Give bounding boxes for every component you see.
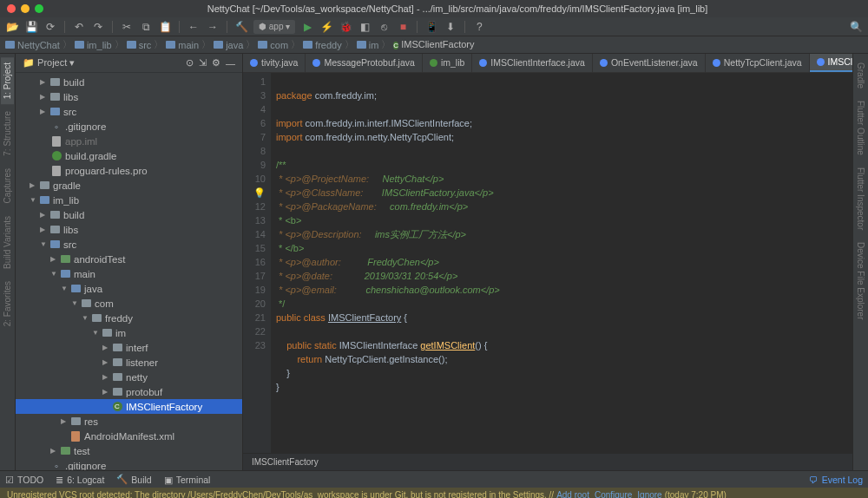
crumb-item[interactable]: freddy — [303, 40, 342, 50]
back-icon[interactable]: ← — [187, 20, 201, 34]
tool-tab-captures[interactable]: Captures — [1, 163, 14, 209]
editor-tab-active[interactable]: IMSClientFactory.java — [810, 54, 852, 72]
tree-node[interactable]: ▶androidTest — [16, 252, 242, 266]
open-icon[interactable]: 📂 — [5, 20, 19, 34]
apply-icon[interactable]: ⚡ — [319, 20, 333, 34]
run-icon[interactable]: ▶ — [300, 20, 314, 34]
crumb-item[interactable]: com — [258, 40, 288, 50]
crumb-item[interactable]: java — [214, 40, 243, 50]
project-tree[interactable]: ▶build ▶libs ▶src ◦.gitignore app.iml bu… — [16, 73, 242, 470]
link-add-root[interactable]: Add root — [556, 490, 589, 499]
link-ignore[interactable]: Ignore — [637, 490, 661, 499]
hammer-icon[interactable]: 🔨 — [234, 20, 248, 34]
debug-icon[interactable]: 🐞 — [339, 20, 352, 34]
code-area[interactable]: 134678910💡1213141516171920212223 package… — [243, 73, 852, 453]
crumb-item[interactable]: C IMSClientFactory — [393, 39, 474, 50]
tree-node[interactable]: ▶gradle — [16, 178, 242, 193]
vcs-warning: Unregistered VCS root detected: The dire… — [0, 488, 868, 498]
stop-icon[interactable]: ■ — [396, 20, 410, 34]
tree-node[interactable]: ▶interf — [16, 340, 242, 355]
tree-node[interactable]: ▶res — [16, 414, 242, 429]
sync-icon[interactable]: ⟳ — [43, 20, 57, 34]
tree-node[interactable]: ▼freddy — [16, 311, 242, 325]
editor-tab[interactable]: IMSClientInterface.java — [472, 54, 593, 72]
tool-tab-build[interactable]: 🔨 Build — [116, 474, 151, 485]
crumb-item[interactable]: src — [127, 40, 152, 50]
tree-node[interactable]: ◦.gitignore — [16, 458, 242, 470]
tree-node[interactable]: ▶netty — [16, 370, 242, 384]
tree-node[interactable]: ▶build — [16, 75, 242, 89]
help-icon[interactable]: ? — [472, 20, 486, 34]
tree-node[interactable]: ▶listener — [16, 355, 242, 370]
tool-tab-logcat[interactable]: ≣ 6: Logcat — [56, 475, 104, 485]
tree-node[interactable]: build.gradle — [16, 148, 242, 163]
avd-icon[interactable]: 📱 — [424, 20, 438, 34]
link-configure[interactable]: Configure — [595, 490, 632, 499]
crumb-item[interactable]: NettyChat — [5, 40, 60, 50]
tree-node[interactable]: app.iml — [16, 134, 242, 148]
tool-tab-structure[interactable]: 7: Structure — [1, 106, 14, 161]
tree-node[interactable]: ▶build — [16, 207, 242, 222]
editor-tab[interactable]: MessageProtobuf.java — [306, 54, 422, 72]
tree-node[interactable]: proguard-rules.pro — [16, 163, 242, 178]
tool-tab-flutter-inspector[interactable]: Flutter Inspector — [854, 162, 867, 235]
tool-tab-todo[interactable]: ☑ TODO — [5, 475, 43, 485]
editor-tab[interactable]: im_lib — [423, 54, 472, 72]
tool-tab-build-variants[interactable]: Build Variants — [1, 211, 14, 274]
tree-node[interactable]: AndroidManifest.xml — [16, 429, 242, 443]
search-icon[interactable]: 🔍 — [849, 20, 863, 34]
profile-icon[interactable]: ◧ — [358, 20, 372, 34]
project-panel: 📁 Project ▾ ⊙ ⇲ ⚙ — ▶build ▶libs ▶src ◦.… — [16, 54, 243, 470]
close-icon[interactable] — [7, 4, 16, 13]
tree-node[interactable]: ▶libs — [16, 222, 242, 237]
crumb-item[interactable]: im — [357, 40, 379, 50]
attach-icon[interactable]: ⎋ — [377, 20, 391, 34]
sdk-icon[interactable]: ⬇ — [444, 20, 457, 34]
hide-icon[interactable]: — — [226, 58, 235, 69]
gear-icon[interactable]: ⚙ — [212, 57, 220, 69]
redo-icon[interactable]: ↷ — [91, 20, 105, 34]
tree-node[interactable]: ▼com — [16, 296, 242, 311]
intention-bulb-icon[interactable]: 💡 — [243, 186, 266, 200]
target-icon[interactable]: ⊙ — [186, 57, 194, 69]
run-config[interactable]: ⬢ app ▾ — [253, 20, 295, 34]
tree-node[interactable]: ▼src — [16, 237, 242, 252]
code-body[interactable]: package com.freddy.im; import com.freddy… — [271, 73, 852, 453]
paste-icon[interactable]: 📋 — [158, 20, 172, 34]
tree-node[interactable]: ▶libs — [16, 89, 242, 104]
right-tool-window-bar: Gradle Flutter Outline Flutter Inspector… — [852, 54, 868, 470]
crumb-item[interactable]: im_lib — [75, 40, 112, 50]
tree-node[interactable]: ▼im_lib — [16, 193, 242, 207]
minimize-icon[interactable] — [21, 4, 30, 13]
tree-node[interactable]: ▶src — [16, 104, 242, 119]
editor-tab[interactable]: OnEventListener.java — [593, 54, 706, 72]
undo-icon[interactable]: ↶ — [72, 20, 86, 34]
tool-tab-favorites[interactable]: 2: Favorites — [1, 276, 14, 331]
editor-breadcrumb: IMSClientFactory — [243, 453, 852, 470]
crumb-item[interactable]: main — [166, 40, 199, 50]
tree-node[interactable]: ▼main — [16, 266, 242, 281]
tree-node[interactable]: ▼im — [16, 325, 242, 340]
collapse-icon[interactable]: ⇲ — [199, 57, 207, 69]
tree-node[interactable]: ▶test — [16, 443, 242, 458]
copy-icon[interactable]: ⧉ — [139, 20, 153, 34]
tree-node-selected[interactable]: CIMSClientFactory — [16, 399, 242, 414]
save-icon[interactable]: 💾 — [24, 20, 38, 34]
tool-tab-gradle[interactable]: Gradle — [854, 57, 867, 94]
panel-header: 📁 Project ▾ ⊙ ⇲ ⚙ — — [16, 54, 242, 73]
tree-node[interactable]: ▼java — [16, 281, 242, 296]
tree-node[interactable]: ▶protobuf — [16, 384, 242, 399]
editor-tab[interactable]: NettyTcpClient.java — [706, 54, 810, 72]
tool-tab-device[interactable]: Device File Explorer — [854, 237, 867, 324]
cut-icon[interactable]: ✂ — [120, 20, 134, 34]
tool-tab-project[interactable]: 1: Project — [1, 57, 14, 104]
editor: tivity.java MessageProtobuf.java im_lib … — [243, 54, 852, 470]
zoom-icon[interactable] — [35, 4, 43, 13]
tree-node[interactable]: ◦.gitignore — [16, 119, 242, 134]
event-log-button[interactable]: 🗩 Event Log — [809, 475, 863, 485]
window-title: NettyChat [~/DevTools/as_workspace/Netty… — [54, 3, 861, 14]
tool-tab-terminal[interactable]: ▣ Terminal — [164, 475, 211, 485]
forward-icon[interactable]: → — [206, 20, 220, 34]
tool-tab-flutter-outline[interactable]: Flutter Outline — [854, 95, 867, 161]
editor-tab[interactable]: tivity.java — [243, 54, 306, 72]
